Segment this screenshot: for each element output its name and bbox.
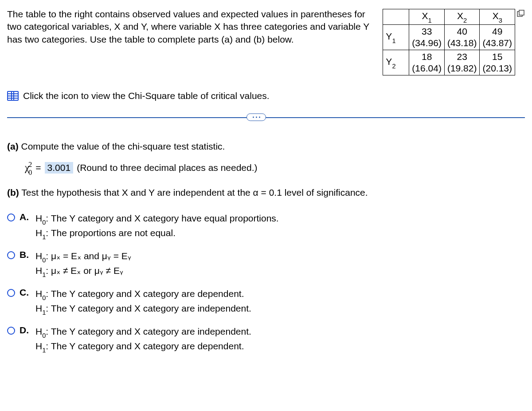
equals-sign: = — [35, 162, 41, 173]
exp-value: (20.13) — [482, 63, 512, 74]
answer-options: A. H0: The Y category and X category hav… — [7, 212, 525, 355]
expand-capsule[interactable] — [246, 114, 266, 121]
h-sub: 0 — [42, 219, 46, 226]
part-a: (a) Compute the value of the chi-square … — [7, 141, 525, 152]
top-row: The table to the right contains observed… — [7, 8, 525, 75]
obs-value: 40 — [447, 26, 477, 37]
h-sub: 0 — [42, 257, 46, 264]
problem-instructions: The table to the right contains observed… — [7, 8, 383, 46]
row-header-y1-sub: 1 — [392, 37, 395, 44]
h-symbol: H — [35, 326, 42, 336]
chi-sup: 2 — [28, 161, 32, 168]
option-b: B. H0: μₓ = Eₓ and μᵧ = Eᵧ H1: μₓ ≠ Eₓ o… — [7, 249, 525, 279]
col-header-x3: X3 — [480, 9, 515, 25]
part-b: (b) Test the hypothesis that X and Y are… — [7, 186, 525, 199]
cell-y2-x1: 18(16.04) — [409, 50, 445, 75]
row-header-y1-base: Y — [386, 31, 392, 41]
option-letter-a: A. — [20, 212, 31, 222]
h-symbol: H — [35, 303, 42, 313]
part-a-text: Compute the value of the chi-square test… — [21, 141, 225, 151]
row-header-y2-sub: 2 — [392, 63, 395, 70]
obs-value: 15 — [482, 51, 512, 63]
chi-link-text: Click the icon to view the Chi-Square ta… — [23, 91, 270, 101]
h0-text: : The Y category and X category are inde… — [46, 326, 251, 336]
option-body-d: H0: The Y category and X category are in… — [35, 325, 251, 355]
cell-y1-x3: 49(43.87) — [480, 25, 515, 50]
col-header-x1-sub: 1 — [428, 17, 432, 24]
row-header-y2-base: Y — [386, 56, 392, 67]
h-symbol: H — [35, 341, 42, 351]
exp-value: (16.04) — [412, 63, 442, 74]
cell-y1-x2: 40(43.18) — [444, 25, 480, 50]
h-sub: 0 — [42, 332, 46, 339]
option-letter-c: C. — [20, 287, 31, 298]
obs-value: 18 — [412, 51, 442, 63]
h-symbol: H — [35, 213, 42, 223]
h1-text: : The proportions are not equal. — [46, 228, 176, 238]
h-sub: 1 — [42, 309, 46, 316]
col-header-x3-sub: 3 — [499, 17, 502, 24]
cell-y1-x1: 33(34.96) — [409, 25, 445, 50]
option-body-a: H0: The Y category and X category have e… — [35, 212, 279, 241]
part-b-label: (b) — [7, 187, 19, 198]
radio-b[interactable] — [7, 251, 15, 259]
popout-icon[interactable] — [517, 10, 525, 18]
rounding-hint: (Round to three decimal places as needed… — [77, 162, 257, 173]
exp-value: (19.82) — [447, 63, 477, 74]
h-symbol: H — [35, 228, 42, 238]
obs-value: 23 — [447, 51, 477, 63]
exp-value: (43.18) — [447, 37, 477, 49]
chi-square-answer[interactable]: 3.001 — [45, 162, 74, 174]
row-header-y1: Y1 — [383, 25, 409, 50]
col-header-x2-sub: 2 — [463, 17, 467, 24]
h-symbol: H — [35, 251, 42, 261]
divider-line — [7, 117, 525, 118]
obs-value: 49 — [482, 26, 512, 37]
contingency-table: X1 X2 X3 Y1 33(34.96) 40(43.18) 49(43.87… — [383, 9, 515, 75]
obs-value: 33 — [412, 26, 442, 37]
exp-value: (43.87) — [482, 37, 512, 49]
radio-c[interactable] — [7, 289, 15, 297]
radio-d[interactable] — [7, 327, 15, 335]
part-a-label: (a) — [7, 141, 19, 151]
alpha-value: = 0.1 level of significance. — [258, 187, 368, 198]
radio-a[interactable] — [7, 213, 15, 221]
h-sub: 1 — [42, 233, 46, 241]
h1-text: : The Y category and X category are depe… — [46, 341, 244, 351]
chi-square-symbol: χ20 — [25, 161, 36, 175]
option-c: C. H0: The Y category and X category are… — [7, 287, 525, 317]
chi-sub: 0 — [28, 169, 32, 176]
col-header-x3-base: X — [493, 11, 499, 21]
col-header-x2-base: X — [457, 11, 463, 21]
h-sub: 0 — [42, 294, 46, 301]
ellipsis-icon — [253, 117, 260, 118]
svg-rect-1 — [519, 10, 524, 15]
col-header-x1: X1 — [409, 9, 445, 25]
h-sub: 1 — [42, 347, 46, 354]
h-sub: 1 — [42, 271, 46, 278]
h1-math: : μₓ ≠ Eₓ or μᵧ ≠ Eᵧ — [46, 265, 123, 276]
cell-y2-x3: 15(20.13) — [480, 50, 515, 75]
section-divider — [7, 113, 525, 122]
option-letter-b: B. — [20, 249, 31, 260]
col-header-x1-base: X — [422, 11, 428, 21]
h1-text: : The Y category and X category are inde… — [46, 303, 251, 313]
chi-square-table-link[interactable]: Click the icon to view the Chi-Square ta… — [7, 91, 525, 101]
chi-square-formula: χ20 = 3.001 (Round to three decimal plac… — [25, 161, 525, 175]
col-header-x2: X2 — [444, 9, 480, 25]
option-d: D. H0: The Y category and X category are… — [7, 325, 525, 355]
h0-math: : μₓ = Eₓ and μᵧ = Eᵧ — [46, 251, 131, 261]
h0-text: : The Y category and X category have equ… — [46, 213, 278, 223]
option-a: A. H0: The Y category and X category hav… — [7, 212, 525, 241]
h-symbol: H — [35, 288, 42, 299]
cell-y2-x2: 23(19.82) — [444, 50, 480, 75]
h0-text: : The Y category and X category are depe… — [46, 288, 244, 299]
option-body-b: H0: μₓ = Eₓ and μᵧ = Eᵧ H1: μₓ ≠ Eₓ or μ… — [35, 249, 131, 279]
table-icon — [7, 91, 19, 101]
row-header-y2: Y2 — [383, 50, 409, 75]
h-symbol: H — [35, 265, 42, 276]
table-corner — [383, 9, 409, 25]
option-letter-d: D. — [20, 325, 31, 336]
alpha-symbol: α — [253, 187, 258, 198]
option-body-c: H0: The Y category and X category are de… — [35, 287, 251, 317]
